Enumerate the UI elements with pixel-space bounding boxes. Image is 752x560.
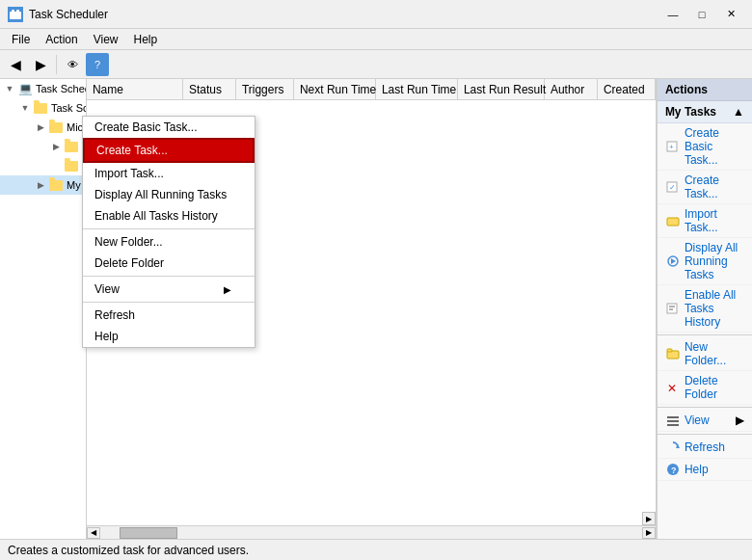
computer-icon: 💻 bbox=[17, 81, 33, 96]
ctx-new-folder-label: New Folder... bbox=[94, 235, 163, 249]
ctx-create-task[interactable]: Create Task... bbox=[83, 138, 255, 163]
action-import[interactable]: Import Task... bbox=[658, 204, 752, 238]
table-header: Name Status Triggers Next Run Time Last … bbox=[87, 79, 656, 100]
col-nextrun[interactable]: Next Run Time bbox=[294, 79, 376, 99]
scroll-right-btn[interactable]: ▶ bbox=[642, 527, 656, 539]
scrollbar-thumb[interactable] bbox=[120, 527, 177, 539]
menu-view[interactable]: View bbox=[86, 31, 126, 48]
expand-root[interactable]: ▼ bbox=[2, 81, 17, 96]
tree-library-label: Task Scheduler Library bbox=[51, 102, 86, 114]
minimize-button[interactable]: — bbox=[659, 5, 686, 24]
action-new-folder[interactable]: New Folder... bbox=[658, 337, 752, 371]
menu-bar: File Action View Help bbox=[0, 29, 752, 50]
maximize-button[interactable]: □ bbox=[688, 5, 715, 24]
app-icon bbox=[8, 7, 23, 22]
action-delete-folder[interactable]: ✕ Delete Folder bbox=[658, 371, 752, 405]
col-name[interactable]: Name bbox=[87, 79, 183, 99]
expand-microsoft[interactable]: ▶ bbox=[33, 120, 48, 135]
ctx-import[interactable]: Import Task... bbox=[83, 163, 255, 184]
action-create-task[interactable]: ✓ Create Task... bbox=[658, 171, 752, 204]
action-display-running[interactable]: Display All Running Tasks bbox=[658, 238, 752, 285]
col-status[interactable]: Status bbox=[183, 79, 236, 99]
svg-text:?: ? bbox=[671, 466, 677, 475]
window-title: Task Scheduler bbox=[29, 8, 659, 21]
actions-collapse-icon[interactable]: ▲ bbox=[733, 105, 744, 119]
ctx-sep-1 bbox=[83, 228, 255, 229]
svg-rect-15 bbox=[667, 349, 672, 352]
expand-library[interactable]: ▼ bbox=[17, 100, 33, 116]
svg-text:✕: ✕ bbox=[667, 382, 677, 394]
ctx-display-running-label: Display All Running Tasks bbox=[94, 188, 227, 201]
menu-help[interactable]: Help bbox=[126, 31, 166, 48]
tree-root-label: Task Scheduler (Local) bbox=[36, 83, 86, 94]
ctx-delete-folder-label: Delete Folder bbox=[94, 256, 164, 270]
tree-root[interactable]: ▼ 💻 Task Scheduler (Local) bbox=[0, 79, 86, 98]
action-view[interactable]: View ▶ bbox=[658, 410, 752, 432]
col-lastresult[interactable]: Last Run Result bbox=[458, 79, 545, 99]
running-tasks-icon bbox=[665, 253, 681, 269]
ctx-display-running[interactable]: Display All Running Tasks bbox=[83, 184, 255, 205]
col-created[interactable]: Created bbox=[598, 79, 656, 99]
ctx-refresh[interactable]: Refresh bbox=[83, 305, 255, 326]
ctx-create-task-label: Create Task... bbox=[96, 144, 168, 157]
title-bar: Task Scheduler — □ ✕ bbox=[0, 0, 752, 29]
action-create-basic-label: Create Basic Task... bbox=[685, 126, 744, 167]
col-lastrun[interactable]: Last Run Time bbox=[376, 79, 458, 99]
scroll-left-btn[interactable]: ◀ bbox=[87, 527, 100, 539]
tree-microsoft[interactable]: ▶ Microsoft bbox=[0, 118, 86, 137]
ctx-delete-folder[interactable]: Delete Folder bbox=[83, 253, 255, 274]
actions-section: My Tasks ▲ bbox=[658, 101, 752, 123]
mytasks-folder-icon bbox=[48, 177, 64, 193]
toolbar-separator-1 bbox=[56, 55, 57, 74]
action-help[interactable]: ? Help bbox=[658, 459, 752, 481]
svg-rect-19 bbox=[667, 424, 679, 426]
pane-arrow[interactable]: ▶ bbox=[642, 512, 656, 525]
ctx-import-label: Import Task... bbox=[94, 167, 164, 180]
action-refresh-label: Refresh bbox=[685, 440, 725, 454]
action-create-basic[interactable]: + Create Basic Task... bbox=[658, 123, 752, 171]
ctx-enable-history[interactable]: Enable All Tasks History bbox=[83, 205, 255, 227]
ctx-new-folder[interactable]: New Folder... bbox=[83, 231, 255, 253]
ctx-sep-2 bbox=[83, 276, 255, 277]
expand-windows[interactable]: ▶ bbox=[48, 139, 64, 154]
ctx-enable-history-label: Enable All Tasks History bbox=[94, 209, 218, 223]
close-button[interactable]: ✕ bbox=[717, 5, 744, 24]
action-refresh[interactable]: Refresh bbox=[658, 437, 752, 459]
actions-pane: Actions My Tasks ▲ + Create Basic Task..… bbox=[657, 79, 752, 539]
scrollbar-track[interactable] bbox=[100, 527, 642, 539]
menu-action[interactable]: Action bbox=[38, 31, 85, 48]
tree-windows[interactable]: ▶ Windows bbox=[0, 137, 86, 156]
refresh-icon bbox=[665, 440, 681, 455]
svg-text:+: + bbox=[669, 143, 674, 151]
tree-library[interactable]: ▼ Task Scheduler Library bbox=[0, 98, 86, 118]
tree-mytasks[interactable]: ▶ My T... bbox=[0, 175, 86, 195]
ctx-view-label: View bbox=[94, 282, 120, 296]
ctx-help[interactable]: Help bbox=[83, 326, 255, 347]
library-folder-icon bbox=[33, 100, 48, 116]
svg-rect-1 bbox=[10, 12, 21, 19]
delete-folder-icon: ✕ bbox=[665, 380, 681, 395]
svg-rect-2 bbox=[12, 10, 14, 13]
status-bar: Creates a customized task for advanced u… bbox=[0, 539, 752, 560]
menu-file[interactable]: File bbox=[4, 31, 38, 48]
ctx-create-basic[interactable]: Create Basic Task... bbox=[83, 117, 255, 138]
action-create-task-label: Create Task... bbox=[685, 173, 744, 200]
svg-marker-10 bbox=[671, 258, 676, 264]
microsoft-folder-icon bbox=[48, 120, 64, 135]
tree-xblgamesave[interactable]: ▶ XblGameSave bbox=[0, 156, 86, 175]
help-button[interactable]: ? bbox=[86, 53, 109, 76]
windows-folder-icon bbox=[64, 139, 79, 154]
col-triggers[interactable]: Triggers bbox=[236, 79, 294, 99]
action-enable-history[interactable]: Enable All Tasks History bbox=[658, 285, 752, 333]
h-scrollbar[interactable]: ◀ ▶ bbox=[87, 525, 656, 539]
forward-button[interactable]: ▶ bbox=[29, 53, 52, 76]
col-author[interactable]: Author bbox=[545, 79, 598, 99]
ctx-help-label: Help bbox=[94, 330, 119, 343]
svg-rect-11 bbox=[667, 304, 677, 313]
back-button[interactable]: ◀ bbox=[4, 53, 27, 76]
expand-mytasks[interactable]: ▶ bbox=[33, 177, 48, 193]
show-hide-button[interactable]: 👁 bbox=[61, 53, 84, 76]
svg-text:✓: ✓ bbox=[669, 183, 676, 192]
ctx-view-arrow: ▶ bbox=[224, 284, 231, 295]
ctx-view[interactable]: View ▶ bbox=[83, 279, 255, 300]
